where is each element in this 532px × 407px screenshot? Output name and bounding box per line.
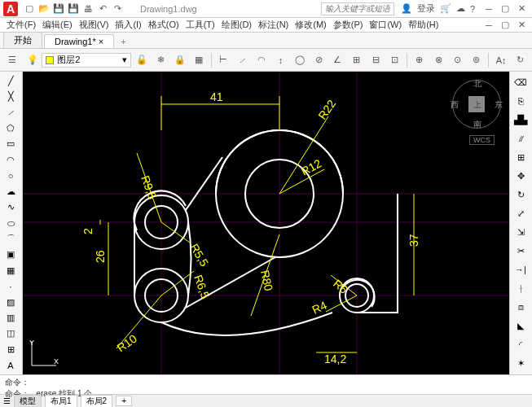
layer-control[interactable]: 💡 图层2 ▾ [27,53,131,68]
command-line[interactable]: 命令： 命令：_.erase 找到 1 个 [0,374,532,394]
dim-tool-a-icon[interactable]: ⊕ [411,51,428,69]
layer-tool-3-icon[interactable]: 🔒 [171,51,188,69]
spline-icon[interactable]: ∿ [2,199,20,214]
layer-tool-1-icon[interactable]: 🔓 [133,51,150,69]
menu-insert[interactable]: 插入(I) [112,19,144,31]
dim-aligned-icon[interactable]: ⟋ [234,51,251,69]
doc-close-button[interactable]: ✕ [514,20,529,31]
layout2-tab[interactable]: 布局2 [81,395,113,408]
model-tab[interactable]: 模型 [14,395,42,408]
layer-dropdown[interactable]: 图层2 ▾ [42,53,131,68]
menu-file[interactable]: 文件(F) [3,19,39,31]
dim-update-icon[interactable]: ↻ [512,51,529,69]
open-icon[interactable]: 📂 [37,2,51,15]
explode-icon[interactable]: ✶ [512,354,530,372]
revision-cloud-icon[interactable]: ☁ [2,184,20,199]
minimize-button[interactable]: ─ [481,3,496,15]
hatch-icon[interactable]: ▨ [2,295,20,309]
region-icon[interactable]: ◫ [2,326,20,341]
fillet-icon[interactable]: ◜ [512,335,530,353]
drawing-canvas[interactable]: 41 R22 R12 R9,5 R5,5 R80 R6,5 37 26 2 R6… [23,72,509,374]
redo-icon[interactable]: ↷ [111,2,124,15]
layer-tool-2-icon[interactable]: ❄ [152,51,169,69]
cart-icon[interactable]: 🛒 [440,3,451,14]
menu-param[interactable]: 参数(P) [330,19,367,31]
new-icon[interactable]: ▢ [23,2,36,15]
break-icon[interactable]: ⟊ [512,279,530,297]
dim-continue-icon[interactable]: ⊡ [386,51,403,69]
table-icon[interactable]: ⊞ [2,342,20,357]
menu-draw[interactable]: 绘图(D) [218,19,255,31]
stretch-icon[interactable]: ⇲ [512,223,530,241]
print-icon[interactable]: 🖶 [81,2,95,15]
construction-line-icon[interactable]: ╳ [2,89,20,103]
dim-tool-b-icon[interactable]: ⊗ [429,51,446,69]
user-icon[interactable]: 👤 [401,3,412,14]
doc-maximize-button[interactable]: ▢ [498,20,512,31]
menu-edit[interactable]: 编辑(E) [39,19,76,31]
mirror-icon[interactable]: ▟▙ [512,111,530,129]
ellipse-icon[interactable]: ⬭ [2,216,20,230]
gradient-icon[interactable]: ▥ [2,310,20,325]
help-icon[interactable]: ? [470,4,475,14]
layer-properties-icon[interactable]: ☰ [3,51,20,69]
view-cube[interactable]: 北 南 东 西 上 [452,80,501,129]
move-icon[interactable]: ✥ [512,167,530,185]
layer-tool-4-icon[interactable]: ▦ [190,51,207,69]
doc-minimize-button[interactable]: ─ [481,20,496,31]
dim-radius-icon[interactable]: ◯ [291,51,308,69]
menu-help[interactable]: 帮助(H) [405,19,442,31]
menu-modify[interactable]: 修改(M) [292,19,330,31]
tab-add-button[interactable]: + [116,35,130,48]
circle-icon[interactable]: ○ [2,168,20,183]
dim-ordinate-icon[interactable]: ↕ [272,51,289,69]
tab-start[interactable]: 开始 [3,32,42,48]
scale-icon[interactable]: ⤢ [512,204,530,222]
array-icon[interactable]: ⊞ [512,148,530,166]
login-link[interactable]: 登录 [417,2,435,15]
offset-icon[interactable]: ⫽ [512,129,530,147]
menu-dimension[interactable]: 标注(N) [255,19,292,31]
maximize-button[interactable]: ▢ [498,3,512,15]
dim-arc-icon[interactable]: ◠ [253,51,270,69]
saveas-icon[interactable]: 💾 [67,2,80,15]
statusbar-icon[interactable]: ☰ [3,396,11,405]
dim-quick-icon[interactable]: ⊞ [348,51,365,69]
dim-linear-icon[interactable]: ⊢ [215,51,232,69]
insert-block-icon[interactable]: ▣ [2,247,20,262]
polygon-icon[interactable]: ⬠ [2,120,20,135]
menu-tools[interactable]: 工具(T) [182,19,218,31]
tab-drawing1[interactable]: Drawing1* × [44,34,114,48]
arc-icon[interactable]: ◠ [2,152,20,167]
text-icon[interactable]: A [2,358,20,373]
extend-icon[interactable]: →| [512,260,530,278]
tab-close-icon[interactable]: × [99,37,103,46]
menu-view[interactable]: 视图(V) [76,19,112,31]
wcs-label[interactable]: WCS [469,135,495,145]
rotate-icon[interactable]: ↻ [512,186,530,204]
search-input[interactable] [321,2,394,15]
dim-baseline-icon[interactable]: ⊟ [367,51,384,69]
make-block-icon[interactable]: ▦ [2,263,20,278]
dim-style-icon[interactable]: A↕ [492,51,509,69]
erase-icon[interactable]: ⌫ [512,73,530,91]
copy-icon[interactable]: ⎘ [512,92,530,110]
point-icon[interactable]: · [2,278,20,293]
save-icon[interactable]: 💾 [52,2,65,15]
dim-angular-icon[interactable]: ∠ [329,51,346,69]
polyline-icon[interactable]: ⟋ [2,105,20,120]
join-icon[interactable]: ⧈ [512,298,530,316]
ellipse-arc-icon[interactable]: ⌒ [2,231,20,246]
chamfer-icon[interactable]: ◣ [512,317,530,335]
cloud-icon[interactable]: ☁ [456,3,465,14]
menu-format[interactable]: 格式(O) [145,19,182,31]
undo-icon[interactable]: ↶ [96,2,109,15]
close-button[interactable]: ✕ [514,3,529,15]
dim-diameter-icon[interactable]: ⊘ [310,51,327,69]
layout1-tab[interactable]: 布局1 [45,395,77,408]
dim-tool-c-icon[interactable]: ⊙ [449,51,466,69]
rectangle-icon[interactable]: ▭ [2,137,20,151]
line-icon[interactable]: ╱ [2,73,20,88]
layout-add-tab[interactable]: + [116,396,132,406]
dim-tool-d-icon[interactable]: ⊚ [468,51,485,69]
